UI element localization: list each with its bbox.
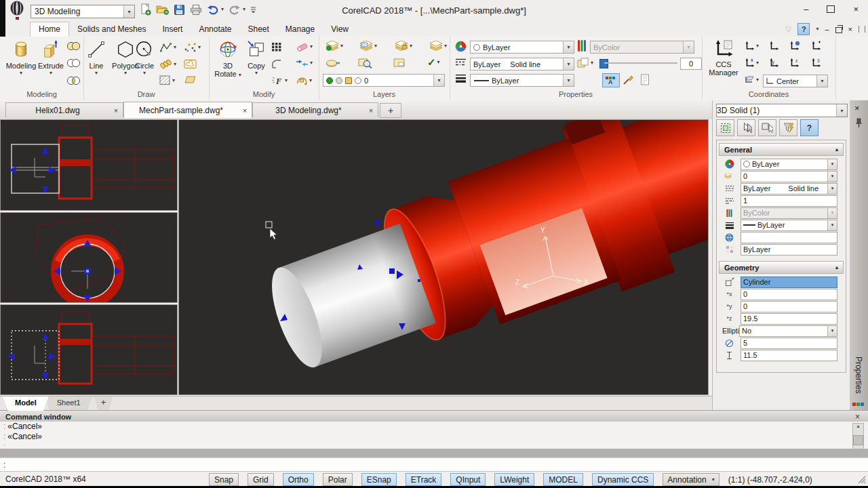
linetype-select[interactable]: ByLayer Solid line ▾ [470, 58, 574, 70]
command-log[interactable]: :«Cancel» :«Cancel» : [0, 422, 868, 449]
circle-button[interactable]: Circle ▾ [131, 39, 158, 76]
collapse-icon[interactable]: ▴ [835, 146, 838, 152]
pin-icon[interactable] [854, 118, 863, 128]
point-menu-icon[interactable]: ▾ [198, 45, 201, 50]
doc-tab-helix01[interactable]: Helix01.dwg × [5, 102, 123, 117]
spline-menu-icon[interactable]: ▾ [174, 62, 176, 67]
move-button[interactable]: ▾ [296, 59, 313, 67]
toggle-etrack[interactable]: ETrack [406, 473, 442, 486]
layer-select-arrow-icon[interactable]: ▾ [433, 75, 444, 86]
rotate-button[interactable]: ▾ [296, 75, 312, 85]
collapse-icon[interactable]: ▴ [835, 264, 838, 270]
palette-help-button[interactable]: ? [800, 119, 818, 136]
elliptical-arrow-icon[interactable]: ▾ [827, 326, 837, 336]
transparency-slider-handle[interactable] [599, 59, 608, 68]
transparency-slider-track[interactable] [604, 62, 677, 64]
viewport-top-left[interactable] [0, 119, 178, 211]
line-button[interactable]: Line ▾ [85, 39, 108, 76]
position-x-field[interactable]: 0 [741, 289, 837, 300]
layer-verify-menu-icon[interactable]: ▾ [437, 60, 440, 65]
layer-field[interactable]: 0 ▾ [741, 171, 837, 182]
feedback-heart-icon[interactable]: ♡ [785, 25, 792, 34]
transparency-field[interactable]: ByLayer [741, 244, 837, 256]
entity-type-arrow-icon[interactable]: ▾ [836, 104, 847, 117]
layer-manager-menu-icon[interactable]: ▾ [340, 43, 343, 49]
palette-close-icon[interactable]: × [854, 103, 860, 113]
viewport-middle-left[interactable] [0, 212, 178, 303]
ccs-previous-button[interactable] [768, 41, 779, 52]
toggle-ortho[interactable]: Ortho [283, 473, 314, 486]
color-arrow-icon[interactable]: ▾ [827, 159, 837, 169]
doc-restore-button[interactable] [835, 27, 842, 33]
point-button[interactable]: ▾ [184, 42, 201, 52]
lineweight-arrow-icon[interactable]: ▾ [827, 220, 837, 230]
lineweight-field[interactable]: ByLayer ▾ [741, 220, 837, 231]
region-button[interactable] [184, 75, 197, 84]
tab-view[interactable]: View [323, 22, 357, 37]
sheet-tab-sheet1[interactable]: Sheet1 [45, 396, 93, 411]
properties-painter-menu-icon[interactable]: ▾ [285, 78, 288, 83]
tab-annotate[interactable]: Annotate [191, 22, 239, 37]
polygon-menu-icon[interactable]: ▾ [124, 70, 127, 76]
annotation-arrow-icon[interactable]: ▾ [712, 477, 715, 483]
3d-rotate-menu-icon[interactable]: ▾ [239, 72, 241, 78]
radius-field[interactable]: 5 [741, 338, 837, 349]
erase-menu-icon[interactable]: ▾ [310, 44, 313, 49]
subtract-button[interactable] [66, 58, 81, 68]
modeling-button[interactable]: Modeling ▾ [5, 39, 37, 76]
ccs-manager-button[interactable]: CCS Manager [706, 39, 741, 77]
layer-manager-button[interactable]: ▾ [326, 41, 343, 51]
command-window-close-icon[interactable]: × [855, 412, 868, 422]
transparency-value-box[interactable]: 0 [680, 58, 702, 70]
layer-verify-button[interactable]: ✓ ▾ [427, 56, 440, 68]
workspace-select[interactable]: 3D Modeling ▾ [31, 5, 135, 18]
fillet-button[interactable] [271, 59, 282, 68]
move-menu-icon[interactable]: ▾ [310, 60, 313, 66]
doc-tab-close-icon[interactable]: × [109, 106, 123, 115]
line-menu-icon[interactable]: ▾ [95, 70, 98, 76]
save-button[interactable] [174, 4, 185, 16]
layer-lock-button[interactable]: ▾ [395, 41, 412, 51]
select-add-button[interactable] [758, 119, 776, 136]
ccs-entity-button[interactable] [789, 41, 800, 52]
help-menu-icon[interactable]: ▾ [816, 26, 818, 32]
match-properties-menu-icon[interactable]: ▾ [591, 60, 593, 66]
snap-center-select[interactable]: Center ▾ [763, 75, 828, 87]
linecolor-arrow-icon[interactable]: ▾ [563, 41, 574, 53]
ccs-view-button[interactable]: ▾ [744, 75, 759, 85]
help-button[interactable]: ? [797, 23, 810, 35]
ccs-x-menu-icon[interactable]: ▾ [756, 60, 759, 66]
page-icon[interactable] [640, 74, 650, 85]
layer-freeze-button[interactable] [326, 58, 340, 68]
intersect-button[interactable] [66, 76, 81, 85]
tab-sheet[interactable]: Sheet [239, 22, 277, 37]
layer-states-button[interactable]: ▾ [359, 41, 377, 51]
height-field[interactable]: 11.5 [741, 350, 837, 361]
scrollbar-thumb[interactable] [853, 435, 863, 445]
polyline-button[interactable]: ▾ [159, 42, 176, 52]
select-entities-button[interactable] [716, 119, 734, 136]
copy-menu-icon[interactable]: ▾ [255, 70, 258, 76]
toggle-qinput[interactable]: QInput [450, 473, 486, 486]
extrude-menu-icon[interactable]: ▾ [50, 70, 52, 76]
extrude-button[interactable]: Extrude ▾ [37, 39, 65, 76]
spline-button[interactable]: ▾ [159, 59, 176, 69]
tab-manage[interactable]: Manage [277, 22, 323, 37]
layer-arrow-icon[interactable]: ▾ [827, 171, 837, 182]
toggle-esnap[interactable]: ESnap [361, 473, 397, 486]
add-sheet-button[interactable]: + [94, 396, 113, 411]
rotate-menu-icon[interactable]: ▾ [309, 78, 312, 83]
erase-button[interactable]: ▾ [296, 42, 313, 52]
toggle-grid[interactable]: Grid [248, 473, 274, 486]
circle-menu-icon[interactable]: ▾ [143, 70, 146, 76]
lineweight-arrow-icon[interactable]: ▾ [563, 75, 574, 86]
doc-tab-close-icon[interactable]: × [364, 106, 378, 115]
ccs-origin-button[interactable] [810, 41, 821, 52]
pattern-button[interactable] [271, 42, 282, 52]
sheet-tab-model[interactable]: Model [3, 396, 49, 411]
command-window-header[interactable]: Command window × [0, 410, 868, 422]
match-properties-button[interactable]: ▾ [577, 58, 593, 68]
toggle-lweight[interactable]: LWeight [494, 473, 534, 486]
union-button[interactable] [66, 41, 81, 51]
open-file-button[interactable] [156, 4, 169, 15]
